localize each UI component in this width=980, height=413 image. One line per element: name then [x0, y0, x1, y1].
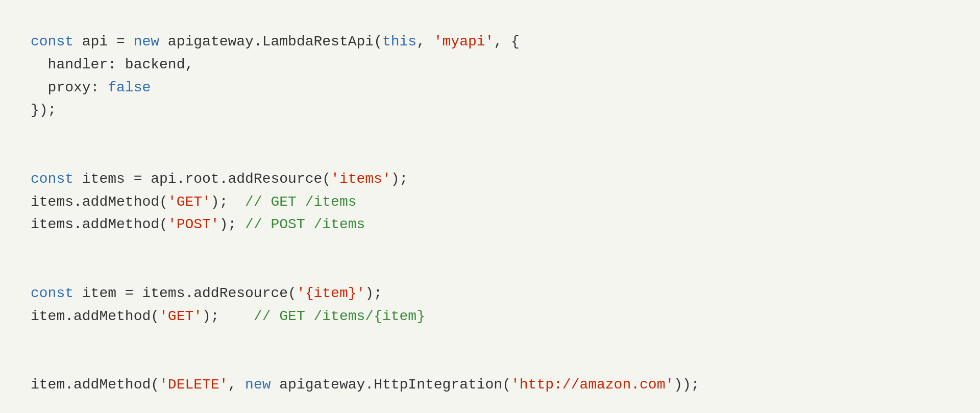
code-block: const api = new apigateway.LambdaRestApi…	[31, 20, 949, 407]
code-token-plain: ,	[416, 34, 434, 50]
code-token-plain: item = items.addResource(	[74, 285, 297, 301]
code-token-str: 'GET'	[168, 194, 211, 210]
code-token-str: '{item}'	[297, 285, 365, 301]
code-line: const items = api.root.addResource('item…	[31, 168, 949, 191]
code-line: const api = new apigateway.LambdaRestApi…	[31, 31, 949, 54]
code-token-str: 'items'	[331, 171, 391, 187]
code-token-plain: item.addMethod(	[31, 308, 159, 324]
code-token-plain: items = api.root.addResource(	[74, 171, 331, 187]
code-token-comment: // POST /items	[245, 216, 365, 232]
code-token-plain: );	[365, 285, 382, 301]
code-line: items.addMethod('GET'); // GET /items	[31, 191, 949, 214]
code-token-plain: ,	[228, 377, 245, 393]
code-line: });	[31, 99, 949, 122]
code-token-kw: const	[31, 171, 74, 187]
code-token-str: 'DELETE'	[159, 377, 228, 393]
code-token-kw: const	[31, 34, 74, 50]
code-token-plain: apigateway.LambdaRestApi(	[159, 34, 382, 50]
code-token-bool: false	[108, 80, 151, 95]
code-token-plain: );	[219, 216, 245, 232]
code-token-plain: apigateway.HttpIntegration(	[271, 377, 511, 393]
code-token-plain: );	[391, 171, 408, 187]
code-token-plain: );	[211, 194, 245, 210]
code-token-plain: items.addMethod(	[31, 216, 168, 232]
code-token-str: 'myapi'	[434, 34, 494, 50]
code-line: item.addMethod('GET'); // GET /items/{it…	[31, 305, 949, 328]
code-token-str: 'GET'	[159, 308, 202, 324]
code-token-str: 'POST'	[168, 216, 219, 232]
code-token-plain: proxy:	[31, 80, 108, 95]
blank-line	[31, 259, 949, 282]
code-token-plain: ));	[674, 377, 699, 393]
code-token-comment: // GET /items/{item}	[254, 308, 425, 324]
code-token-plain: api =	[74, 34, 134, 50]
code-token-plain: items.addMethod(	[31, 194, 168, 210]
code-token-plain: new	[245, 377, 271, 393]
code-token-comment: // GET /items	[245, 194, 356, 210]
code-token-plain: this	[382, 34, 416, 50]
code-line: const item = items.addResource('{item}')…	[31, 282, 949, 305]
blank-line	[31, 145, 949, 168]
code-token-plain: new	[134, 34, 159, 50]
code-line: item.addMethod('DELETE', new apigateway.…	[31, 374, 949, 397]
blank-line	[31, 351, 949, 374]
code-line: items.addMethod('POST'); // POST /items	[31, 213, 949, 236]
code-token-str: 'http://amazon.com'	[511, 377, 674, 393]
code-token-plain: );	[202, 308, 254, 324]
blank-line	[31, 328, 949, 351]
code-token-plain: });	[31, 102, 56, 118]
code-line: handler: backend,	[31, 54, 949, 77]
code-token-plain: , {	[494, 34, 519, 50]
code-token-plain: item.addMethod(	[31, 377, 159, 393]
code-token-plain: handler: backend,	[31, 57, 193, 72]
blank-line	[31, 236, 949, 259]
code-token-kw: const	[31, 285, 74, 301]
blank-line	[31, 122, 949, 145]
code-line: proxy: false	[31, 77, 949, 100]
